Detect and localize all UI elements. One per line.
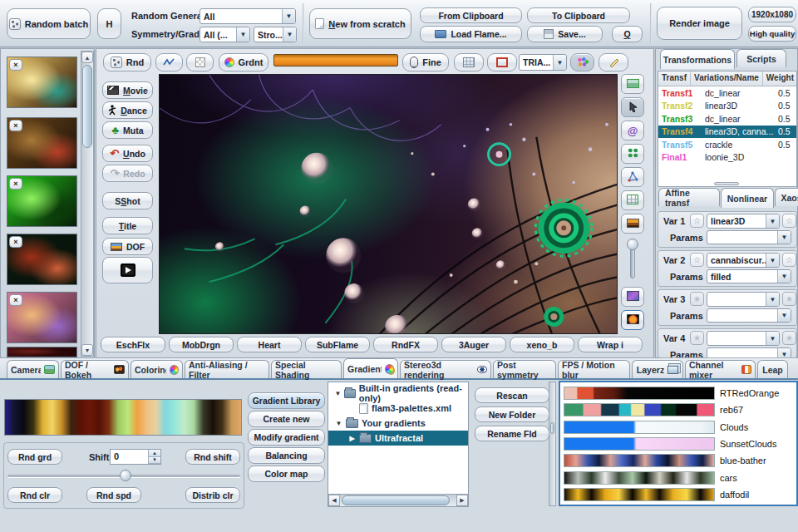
mutation-rndfx-button[interactable]: RndFX [373, 337, 438, 352]
dof-button[interactable]: DOF [102, 238, 153, 255]
cursor-tool-button[interactable] [621, 97, 644, 117]
mutation-xenob-button[interactable]: xeno_b [510, 337, 574, 352]
expand-arrow-icon[interactable]: ▶ [348, 435, 356, 442]
quality-q-button[interactable]: Q [612, 26, 643, 42]
symmetry-dropdown[interactable]: All (... ▼ [200, 27, 250, 42]
transform-row[interactable]: Transf3dc_linear0.5 [658, 112, 796, 126]
gradient-list-item[interactable]: daffodil [562, 487, 796, 504]
rotate-tool-button[interactable]: @ [621, 121, 644, 140]
scrollbar-thumb[interactable] [82, 65, 92, 148]
gradient-list-item[interactable]: blue-bather [562, 453, 796, 470]
new-from-scratch-button[interactable]: New from scratch [309, 8, 411, 39]
star-icon[interactable]: ★ [690, 331, 704, 345]
quality-selector[interactable]: High quality [748, 26, 796, 42]
h-button[interactable]: H [97, 8, 121, 39]
grid-toggle-button[interactable] [454, 53, 484, 71]
random-generator-dropdown[interactable]: All ▼ [200, 8, 296, 24]
close-icon[interactable]: × [9, 236, 22, 248]
transparency-button[interactable] [186, 53, 214, 71]
scroll-right-icon[interactable]: ▶ [456, 495, 468, 506]
tab-layerz[interactable]: Layerz [632, 360, 683, 378]
display-mode-dropdown[interactable]: TRIA... ▼ [519, 54, 567, 71]
gradient-list-item[interactable]: RTRedOrange [562, 386, 796, 402]
tab-dof-bokeh[interactable]: DOF / Bokeh [61, 360, 129, 378]
scrollbar-thumb[interactable] [550, 422, 554, 434]
star-icon[interactable]: ★ [782, 331, 796, 345]
gradient-gradient-library-button[interactable]: Gradient Library [248, 392, 325, 409]
gradient-list-item[interactable] [562, 504, 796, 506]
tab-camera[interactable]: Camera [7, 360, 59, 378]
params-dropdown[interactable]: ▼ [707, 230, 791, 244]
title-button[interactable]: Title [102, 217, 153, 234]
tab-xaos[interactable]: Xaos [775, 188, 798, 206]
tab-gradient[interactable]: Gradient [343, 358, 398, 378]
mutation-heart-button[interactable]: Heart [237, 337, 302, 352]
transform-row[interactable]: Transf1dc_linear0.5 [658, 86, 796, 100]
star-icon[interactable]: ★ [690, 292, 704, 306]
rnd-shift-button[interactable]: Rnd shift [185, 449, 240, 465]
tab-special-shading[interactable]: Special Shading [271, 360, 342, 378]
gradient-color-map-button[interactable]: Color map [248, 466, 325, 482]
spinner-arrows[interactable]: ▲▼ [148, 450, 160, 464]
record-button[interactable] [102, 257, 153, 283]
random-batch-button[interactable]: Random batch [7, 8, 91, 39]
gradient-list-scrollbar[interactable] [549, 382, 556, 506]
background-image-button[interactable] [621, 214, 644, 234]
pencil-tool-button[interactable] [598, 53, 628, 71]
variation-dropdown[interactable]: linear3D ▼ [707, 214, 780, 229]
mutation-wrapi-button[interactable]: Wrap i [578, 337, 643, 352]
to-clipboard-button[interactable]: To Clipboard [527, 7, 630, 23]
transform-row[interactable]: Final1loonie_3D [658, 151, 796, 165]
mutation-3auger-button[interactable]: 3Auger [441, 337, 506, 352]
tree-item-your-gradients[interactable]: ▼Your gradients [328, 416, 468, 431]
mutation-subflame-button[interactable]: SubFlame [305, 337, 370, 352]
rnd-button[interactable]: Rnd [103, 53, 151, 71]
transform-row[interactable]: Transf2linear3D0.5 [658, 100, 796, 113]
transform-row[interactable]: Transf4linear3D, canna...0.5 [658, 126, 796, 139]
grid-frame-button[interactable] [621, 190, 644, 210]
star-icon[interactable]: ☆ [690, 253, 704, 267]
flame-thumbnail[interactable]: × [7, 292, 77, 343]
star-icon[interactable]: ☆ [690, 214, 704, 228]
redo-button[interactable]: ↷Redo [102, 165, 153, 182]
rnd-clr-button[interactable]: Rnd clr [7, 487, 62, 503]
close-icon[interactable]: × [9, 178, 22, 190]
resolution-selector[interactable]: 1920x1080 [748, 7, 796, 22]
undo-button[interactable]: ↶Undo [102, 145, 153, 162]
flame-preview-canvas[interactable] [159, 74, 618, 334]
params-dropdown[interactable]: ▼ [707, 308, 791, 323]
flame-thumbnail[interactable]: × [7, 57, 77, 108]
distrib-clr-button[interactable]: Distrib clr [185, 487, 240, 503]
spin-down-icon[interactable]: ▼ [149, 457, 160, 465]
tab-leap[interactable]: Leap [757, 360, 788, 378]
expand-arrow-icon[interactable]: ▼ [334, 390, 341, 397]
column-header[interactable]: Transf [658, 71, 691, 86]
rnd-grd-button[interactable]: Rnd grd [7, 449, 62, 465]
tab-affine-transf[interactable]: Affine transf [658, 188, 720, 206]
shift-spinner[interactable]: 0 ▲▼ [110, 449, 161, 465]
mutation-eschflx-button[interactable]: EschFlx [101, 337, 165, 352]
slider-knob[interactable] [627, 239, 638, 250]
gradient-list-item[interactable]: Clouds [562, 420, 796, 436]
dance-button[interactable]: Dance [102, 101, 153, 119]
spin-up-icon[interactable]: ▲ [149, 450, 160, 457]
curve-editor-button[interactable] [155, 53, 183, 71]
guides-button[interactable] [487, 53, 517, 71]
flame-thumbnail[interactable]: × [7, 234, 77, 285]
load-flame-button[interactable]: Load Flame... [420, 26, 522, 42]
preview-zoom-slider[interactable] [627, 239, 638, 282]
tab-scripts[interactable]: Scripts [736, 49, 786, 67]
triangle-nodes-button[interactable] [621, 167, 644, 187]
new-folder-button[interactable]: New Folder [475, 406, 549, 422]
gradient-list-item[interactable]: reb67 [562, 402, 796, 419]
star-icon[interactable]: ☆ [782, 214, 796, 228]
muta-button[interactable]: ♣Muta [102, 121, 153, 139]
rename-fld-button[interactable]: Rename Fld [475, 426, 549, 441]
layer-gradient-bar[interactable] [273, 54, 398, 66]
close-icon[interactable]: × [9, 59, 22, 71]
render-image-button[interactable] [621, 74, 644, 94]
params-dropdown[interactable]: filled ▼ [707, 269, 791, 283]
variation-dropdown[interactable]: cannabiscur... ▼ [707, 253, 780, 268]
star-icon[interactable]: ★ [782, 292, 796, 306]
from-clipboard-button[interactable]: From Clipboard [420, 7, 522, 23]
